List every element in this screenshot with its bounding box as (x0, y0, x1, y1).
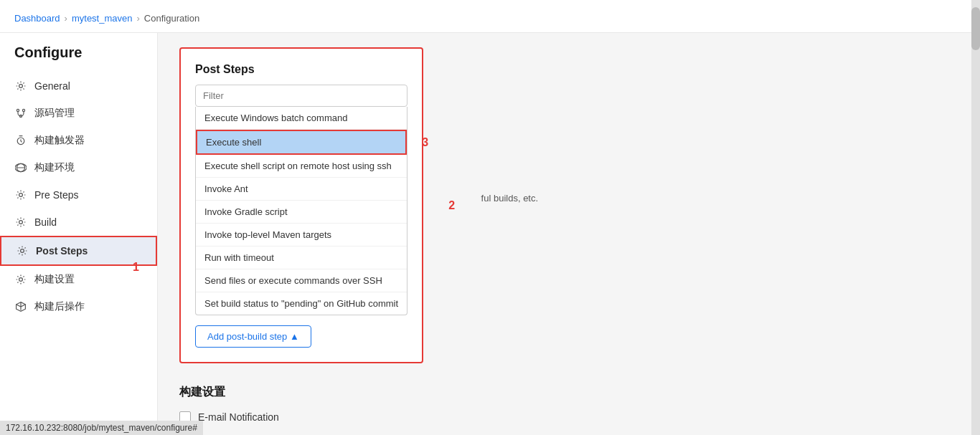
scrollbar-thumb[interactable] (971, 7, 980, 50)
breadcrumb-sep-2: › (137, 13, 140, 24)
dropdown-item-github-status[interactable]: Set build status to "pending" on GitHub … (196, 292, 407, 315)
dropdown-item-invoke-ant[interactable]: Invoke Ant (196, 178, 407, 201)
email-notification-row: E-mail Notification (179, 411, 958, 423)
dropdown-item-windows-batch[interactable]: Execute Windows batch command (196, 107, 407, 130)
sidebar-item-env[interactable]: 构建环境 (0, 154, 157, 181)
breadcrumb-dashboard[interactable]: Dashboard (14, 13, 60, 24)
breadcrumb-current: Configuration (144, 13, 199, 24)
gear-icon-presteps (14, 188, 27, 201)
clock-icon (14, 134, 27, 147)
sidebar-item-label-general: General (34, 80, 70, 92)
cube-icon (14, 300, 27, 313)
build-settings-section: 构建设置 E-mail Notification 保存 应用 (179, 385, 958, 432)
gear-icon-poststeps (16, 244, 29, 257)
dropdown-item-ssh-shell[interactable]: Execute shell script on remote host usin… (196, 155, 407, 178)
post-steps-title: Post Steps (195, 63, 407, 76)
scrollbar[interactable] (971, 0, 980, 432)
post-steps-section: Post Steps Execute Windows batch command… (179, 47, 423, 363)
svg-point-8 (21, 249, 24, 253)
add-post-build-step-button[interactable]: Add post-build step ▲ (195, 325, 311, 348)
annotation-3: 3 (422, 136, 428, 149)
breadcrumb-sep-1: › (65, 13, 67, 24)
dropdown-item-maven-targets[interactable]: Invoke top-level Maven targets (196, 224, 407, 247)
annotation-2: 2 (448, 199, 455, 212)
sidebar-item-pre-steps[interactable]: Pre Steps (0, 181, 157, 209)
sidebar-item-label-poststeps: Post Steps (36, 245, 88, 257)
svg-point-6 (19, 193, 23, 197)
svg-point-1 (17, 109, 19, 111)
sidebar-item-post-actions[interactable]: 构建后操作 (0, 293, 157, 320)
partial-text: ful builds, etc. (481, 193, 539, 204)
email-notification-label: E-mail Notification (198, 411, 279, 423)
annotation-1: 1 (133, 261, 139, 274)
url-bar: 172.16.10.232:8080/job/mytest_maven/conf… (0, 421, 203, 432)
dropdown-item-invoke-gradle[interactable]: Invoke Gradle script (196, 201, 407, 224)
build-settings-title: 构建设置 (179, 385, 958, 400)
sidebar-item-build[interactable]: Build (0, 209, 157, 236)
dropdown-item-execute-shell[interactable]: Execute shell (196, 130, 407, 155)
sidebar: Configure General 源码管理 (0, 33, 158, 432)
sidebar-item-label-env: 构建环境 (34, 161, 75, 174)
sidebar-item-label-trigger: 构建触发器 (34, 134, 85, 147)
gear-icon-build (14, 216, 27, 229)
svg-point-7 (19, 221, 23, 224)
sidebar-item-general[interactable]: General (0, 72, 157, 100)
sidebar-item-trigger[interactable]: 构建触发器 (0, 127, 157, 154)
dropdown-item-send-files-ssh[interactable]: Send files or execute commands over SSH (196, 269, 407, 292)
sidebar-item-label-post-actions: 构建后操作 (34, 300, 85, 313)
svg-point-9 (19, 278, 23, 282)
breadcrumb: Dashboard › mytest_maven › Configuration (0, 0, 980, 33)
sidebar-item-label-source: 源码管理 (34, 107, 75, 120)
globe-icon (14, 161, 27, 174)
sidebar-item-label-build: Build (34, 216, 57, 228)
dropdown-item-run-timeout[interactable]: Run with timeout (196, 247, 407, 269)
fork-icon (14, 107, 27, 120)
filter-input[interactable] (195, 85, 407, 107)
sidebar-title: Configure (0, 44, 157, 72)
sidebar-item-source[interactable]: 源码管理 (0, 100, 157, 127)
sidebar-item-label-build-settings: 构建设置 (34, 273, 75, 286)
dropdown-list: Execute Windows batch command Execute sh… (195, 107, 407, 315)
svg-point-0 (19, 85, 23, 88)
sidebar-item-label-presteps: Pre Steps (34, 189, 78, 201)
svg-point-2 (22, 109, 24, 111)
breadcrumb-project[interactable]: mytest_maven (72, 13, 133, 24)
main-content: Post Steps Execute Windows batch command… (158, 33, 980, 432)
gear-icon (14, 80, 27, 92)
gear-icon-settings (14, 273, 27, 286)
